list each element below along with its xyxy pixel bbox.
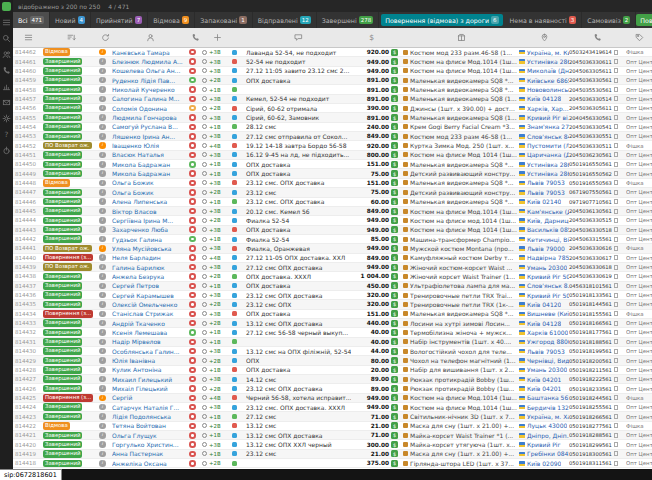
table-row[interactable]: 814445ЗавершенийiВіктор Власов+3В20.12 с… xyxy=(13,207,652,216)
info-icon[interactable]: i xyxy=(99,376,106,383)
call-icon[interactable] xyxy=(189,208,196,215)
customer-name-link[interactable]: Руденко Лідія Пав... xyxy=(112,76,189,84)
info-icon[interactable]: i xyxy=(99,124,106,131)
customer-name-link[interactable]: Ольга Глущук xyxy=(112,431,189,439)
table-row[interactable]: 814437ЗавершенийiСергей Петров+1ВОПХ дос… xyxy=(13,282,652,291)
copy-icon[interactable] xyxy=(614,386,618,391)
table-row[interactable]: 814419ЗавершенийiАнна Пастернак+1В23.12 … xyxy=(13,450,652,459)
status-tab[interactable]: Нема в наявності3 xyxy=(505,12,583,28)
info-icon[interactable]: i xyxy=(99,96,106,103)
customer-name-link[interactable]: Сергіївна Ірина М... xyxy=(112,216,189,224)
copy-icon[interactable] xyxy=(614,451,618,456)
customer-name-link[interactable]: Ксенія Лемешава xyxy=(112,328,189,336)
call-icon[interactable] xyxy=(189,58,196,65)
table-row[interactable]: 814429ЗавершенийiЮлія Іванівна+2ВОПХ80.0… xyxy=(13,356,652,365)
call-icon[interactable] xyxy=(189,320,196,327)
info-icon[interactable]: i xyxy=(99,254,106,261)
tag-icon[interactable] xyxy=(626,28,652,47)
customer-name-link[interactable]: Салогина Галина М... xyxy=(112,95,189,103)
call-icon[interactable] xyxy=(189,236,196,243)
copy-icon[interactable] xyxy=(614,405,618,410)
call-icon[interactable] xyxy=(189,49,196,56)
table-row[interactable]: 814459ЗавершенийiРуденко Лідія Пав...+2В… xyxy=(13,76,652,85)
copy-icon[interactable] xyxy=(614,106,618,111)
status-tab[interactable]: Новий4 xyxy=(50,12,91,28)
call-icon[interactable] xyxy=(189,161,196,168)
info-icon[interactable]: i xyxy=(99,236,106,243)
call-icon[interactable] xyxy=(189,357,196,364)
customer-name-link[interactable]: Віктор Власов xyxy=(112,207,189,215)
status-tab[interactable]: Повернення (відмова) з дороги6 xyxy=(381,14,502,26)
info-icon[interactable]: i xyxy=(99,432,106,439)
info-icon[interactable]: i xyxy=(99,161,106,168)
status-tab[interactable]: Повторні8 xyxy=(636,14,652,26)
info-icon[interactable]: i xyxy=(99,320,106,327)
call-icon[interactable] xyxy=(189,367,196,374)
customer-name-link[interactable]: Ляшенко Ірина Ан... xyxy=(112,132,189,140)
info-icon[interactable]: i xyxy=(99,58,106,65)
table-row[interactable]: 814418ЗавершенийiАнжеліка Оксана+2В375.0… xyxy=(13,459,652,468)
call-icon[interactable] xyxy=(189,96,196,103)
status-tab[interactable]: Запаковані1 xyxy=(195,12,252,28)
customer-name-link[interactable]: Сергей Карамышев xyxy=(112,291,189,299)
table-row[interactable]: 814431ЗавершенийiНадір Мірвелов+1В40.00$… xyxy=(13,338,652,347)
copy-icon[interactable] xyxy=(614,283,618,288)
table-row[interactable]: 814455ЗавершенийiЛюдмила Гончарова+3ВСір… xyxy=(13,113,652,122)
call-icon[interactable] xyxy=(189,142,196,149)
call-icon[interactable] xyxy=(189,68,196,75)
customer-name-link[interactable]: Сергій xyxy=(112,394,189,402)
call-icon[interactable] xyxy=(189,226,196,233)
table-row[interactable]: 814451ЗавершенийiВласюк Наталья+3В16.12 … xyxy=(13,151,652,160)
copy-icon[interactable] xyxy=(614,395,618,400)
info-icon[interactable]: i xyxy=(99,170,106,177)
status-tab[interactable]: Відправлені12 xyxy=(253,12,317,28)
customer-name-link[interactable]: Анжела Безрука xyxy=(112,272,189,280)
info-icon[interactable]: i xyxy=(99,273,106,280)
copy-icon[interactable] xyxy=(614,115,618,120)
copy-icon[interactable] xyxy=(614,124,618,129)
call-icon[interactable] xyxy=(189,348,196,355)
copy-icon[interactable] xyxy=(614,367,618,372)
customer-name-link[interactable]: Захарченко Люба xyxy=(112,226,189,234)
status-tab[interactable]: Всі471 xyxy=(13,12,50,28)
menu-icon[interactable] xyxy=(2,18,11,27)
customer-name-link[interactable]: Тетяна Войтован xyxy=(112,422,189,430)
customer-name-link[interactable]: Уляна Мусійовська xyxy=(112,244,189,252)
customer-name-link[interactable]: Надір Мірвелов xyxy=(112,338,189,346)
customer-name-link[interactable]: Самогуй Руслана В... xyxy=(112,123,189,131)
copy-icon[interactable] xyxy=(614,87,618,92)
copy-icon[interactable] xyxy=(614,78,618,83)
call-icon[interactable] xyxy=(189,77,196,84)
info-icon[interactable]: i xyxy=(99,226,106,233)
call-icon[interactable] xyxy=(189,189,196,196)
call-icon[interactable] xyxy=(189,217,196,224)
call-icon[interactable] xyxy=(189,301,196,308)
table-row[interactable]: 814420ЗавершенийiГоргулько Христин...+3В… xyxy=(13,440,652,449)
search-icon[interactable] xyxy=(2,34,11,43)
info-icon[interactable]: i xyxy=(99,311,106,318)
table-row[interactable]: 814438ЗавершенийiАнжела Безрука+2ВОПХ до… xyxy=(13,272,652,281)
table-row[interactable]: 814436ЗавершенийiСергей Карамышев+3В23.1… xyxy=(13,291,652,300)
info-icon[interactable]: i xyxy=(99,451,106,458)
table-row[interactable]: 814444ЗавершенийiСергіївна Ірина М...+2В… xyxy=(13,216,652,225)
table-row[interactable]: 814442ЗавершенийiГудзьок Галина+1ВФиалка… xyxy=(13,235,652,244)
customer-name-link[interactable]: Микола Бадражан xyxy=(112,160,189,168)
info-icon[interactable]: i xyxy=(99,339,106,346)
customer-name-link[interactable]: Канєвська Тамара xyxy=(112,48,189,56)
chart-icon[interactable] xyxy=(2,82,11,91)
call-icon[interactable] xyxy=(189,180,196,187)
copy-icon[interactable] xyxy=(614,162,618,167)
call-icon[interactable] xyxy=(189,395,196,402)
table-row[interactable]: 814457ЗавершенийiСалогина Галина М...+3В… xyxy=(13,95,652,104)
info-icon[interactable]: i xyxy=(99,198,106,205)
customer-name-link[interactable]: Анжеліка Оксана xyxy=(112,459,189,467)
table-row[interactable]: 814446ЗавершенийiАлена Липенська+1В23.12… xyxy=(13,198,652,207)
copy-icon[interactable] xyxy=(614,433,618,438)
call-icon[interactable] xyxy=(189,432,196,439)
status-tab[interactable]: Завершені278 xyxy=(317,12,379,28)
table-row[interactable]: 814422ВідмоваiТетяна Войтован+2В13.12 см… xyxy=(13,422,652,431)
customer-name-link[interactable]: Сатарчук Наталія Г... xyxy=(112,403,189,411)
call-icon[interactable] xyxy=(189,413,196,420)
phone-icon[interactable] xyxy=(569,28,626,47)
info-icon[interactable]: i xyxy=(99,301,106,308)
